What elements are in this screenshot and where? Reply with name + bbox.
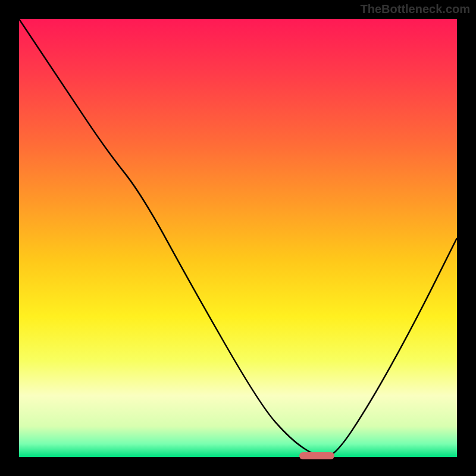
optimal-marker	[299, 452, 334, 459]
plot-area	[19, 19, 457, 457]
bottleneck-curve	[19, 19, 457, 457]
watermark-text: TheBottleneck.com	[361, 2, 470, 16]
